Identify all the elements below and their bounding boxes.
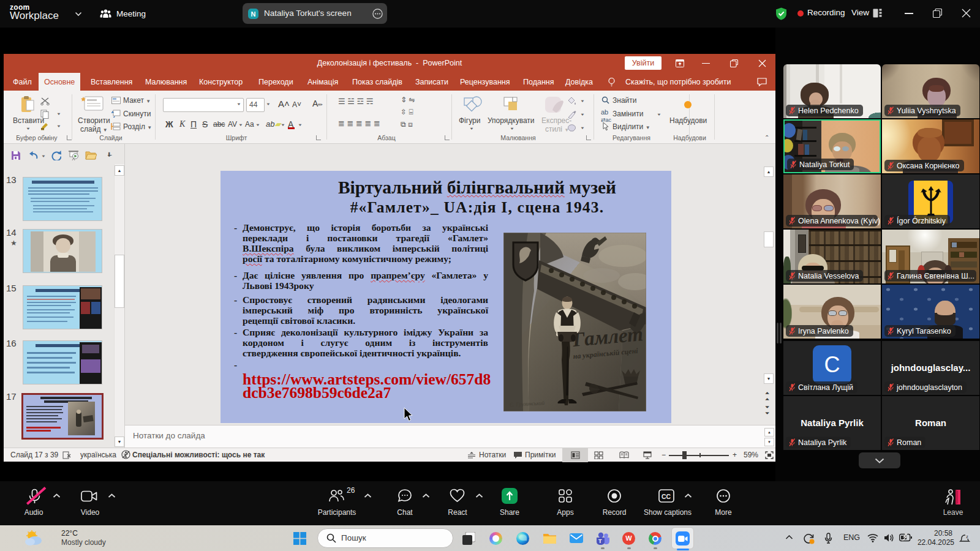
svg-text:T: T [598,538,602,544]
svg-text:z: z [966,534,968,539]
svg-text:CC: CC [662,493,671,500]
